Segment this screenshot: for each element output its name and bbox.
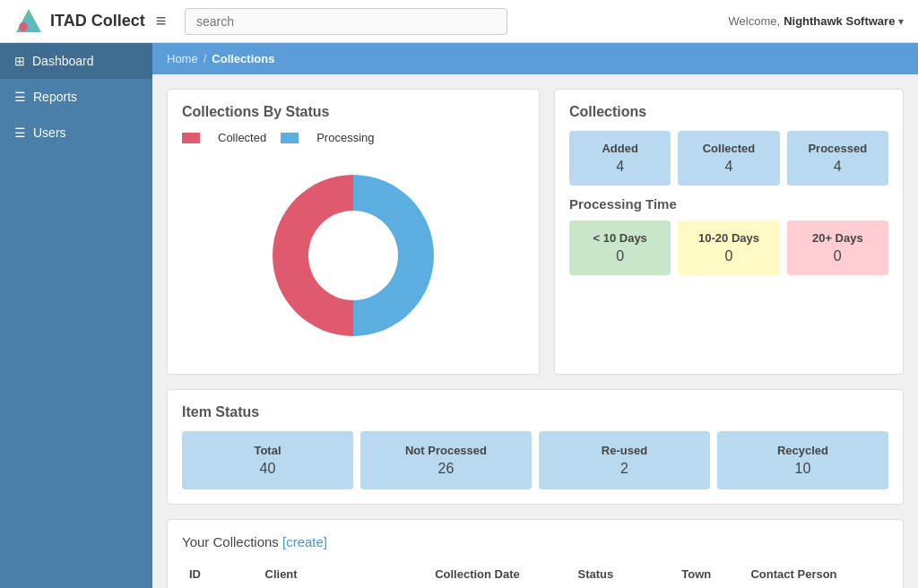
processing-time-row: < 10 Days 0 10-20 Days 0 20+ Days 0	[569, 220, 888, 275]
hamburger-menu[interactable]: ≡	[156, 11, 167, 31]
col-client: Client	[258, 560, 429, 588]
sidebar-label-users: Users	[33, 125, 66, 140]
topbar: ITAD Collect ≡ Welcome, Nighthawk Softwa…	[0, 0, 918, 43]
search-bar	[185, 8, 711, 35]
svg-point-3	[308, 211, 398, 300]
donut-chart	[264, 166, 443, 345]
collections-stats-panel: Collections Added 4 Collected 4	[554, 89, 904, 375]
breadcrumb: Home / Collections	[152, 43, 918, 74]
stat-processed-value: 4	[794, 159, 881, 175]
logo-icon	[14, 7, 43, 36]
search-input[interactable]	[185, 8, 507, 35]
logo-area: ITAD Collect ≡	[14, 7, 167, 36]
create-collection-link[interactable]: [create]	[282, 534, 327, 549]
is-card-recycled: Recycled 10	[717, 431, 888, 489]
legend-processing-dot	[281, 133, 299, 143]
pt-card-over20: 20+ Days 0	[787, 220, 888, 275]
collections-stats-title: Collections	[569, 104, 888, 120]
table-header-row: ID Client Collection Date Status Town Co…	[182, 560, 888, 588]
legend-collected-dot	[182, 133, 200, 143]
app-title: ITAD Collect	[50, 12, 145, 30]
collections-table: ID Client Collection Date Status Town Co…	[182, 560, 888, 588]
sidebar-item-dashboard[interactable]: ⊞ Dashboard	[0, 43, 152, 79]
stat-collected-label: Collected	[685, 142, 772, 155]
sidebar-label-dashboard: Dashboard	[32, 54, 94, 68]
is-not-processed-value: 26	[368, 461, 524, 477]
your-collections-title: Your Collections	[182, 534, 282, 549]
collections-stats-row: Added 4 Collected 4 Processed 4	[569, 131, 888, 186]
svg-point-2	[19, 22, 28, 31]
legend-collected-label: Collected	[218, 131, 266, 144]
pt-over20-label: 20+ Days	[794, 231, 881, 245]
stat-card-processed: Processed 4	[787, 131, 888, 186]
main-content: Home / Collections Collections By Status…	[152, 43, 918, 588]
user-dropdown-arrow[interactable]: ▾	[898, 15, 904, 28]
donut-chart-container	[182, 151, 524, 359]
sidebar-item-reports[interactable]: ☰ Reports	[0, 79, 152, 115]
stat-processed-label: Processed	[794, 142, 881, 155]
pt-under10-label: < 10 Days	[576, 231, 663, 245]
is-reused-value: 2	[546, 461, 703, 477]
reports-icon: ☰	[14, 90, 26, 104]
col-status: Status	[571, 560, 675, 588]
pt-10to20-label: 10-20 Days	[685, 231, 772, 245]
your-collections-header: Your Collections [create]	[182, 534, 888, 549]
legend-processing-label: Processing	[316, 131, 374, 144]
pt-card-under10: < 10 Days 0	[569, 220, 671, 275]
stat-collected-value: 4	[685, 159, 772, 175]
processing-time-title: Processing Time	[569, 196, 888, 212]
col-town: Town	[674, 560, 743, 588]
col-date: Collection Date	[428, 560, 570, 588]
stat-added-value: 4	[576, 159, 663, 175]
is-card-reused: Re-used 2	[539, 431, 710, 489]
is-card-not-processed: Not Processed 26	[360, 431, 532, 489]
is-not-processed-label: Not Processed	[368, 444, 524, 457]
stat-card-added: Added 4	[569, 131, 671, 186]
item-status-row: Total 40 Not Processed 26 Re-used 2 Re	[182, 431, 888, 489]
col-id: ID	[182, 560, 258, 588]
is-reused-label: Re-used	[546, 444, 703, 457]
sidebar-label-reports: Reports	[33, 90, 77, 104]
breadcrumb-sep: /	[204, 52, 207, 65]
users-icon: ☰	[14, 125, 26, 140]
sidebar-item-users[interactable]: ☰ Users	[0, 115, 152, 151]
stat-added-label: Added	[576, 142, 663, 155]
pt-over20-value: 0	[794, 248, 881, 264]
is-card-total: Total 40	[182, 431, 353, 489]
dashboard-icon: ⊞	[14, 54, 25, 68]
is-recycled-label: Recycled	[724, 444, 881, 457]
stat-card-collected: Collected 4	[678, 131, 779, 186]
your-collections-panel: Your Collections [create] ID Client Coll…	[167, 519, 904, 588]
pt-10to20-value: 0	[685, 248, 772, 264]
item-status-title: Item Status	[182, 404, 888, 420]
chart-legend: Collected Processing	[182, 131, 524, 144]
item-status-panel: Item Status Total 40 Not Processed 26 Re…	[167, 389, 904, 505]
pt-card-10to20: 10-20 Days 0	[678, 220, 779, 275]
collections-by-status-panel: Collections By Status Collected Processi…	[167, 89, 540, 375]
collections-by-status-title: Collections By Status	[182, 104, 524, 120]
username-label: Nighthawk Software	[784, 14, 895, 28]
welcome-label: Welcome,	[729, 14, 781, 28]
breadcrumb-current: Collections	[212, 52, 274, 65]
is-total-label: Total	[189, 444, 346, 457]
is-recycled-value: 10	[724, 461, 881, 477]
user-area: Welcome, Nighthawk Software ▾	[729, 14, 904, 28]
sidebar: ⊞ Dashboard ☰ Reports ☰ Users	[0, 43, 152, 588]
col-contact: Contact Person	[743, 560, 888, 588]
breadcrumb-home[interactable]: Home	[167, 52, 198, 65]
is-total-value: 40	[189, 461, 346, 477]
pt-under10-value: 0	[576, 248, 663, 264]
